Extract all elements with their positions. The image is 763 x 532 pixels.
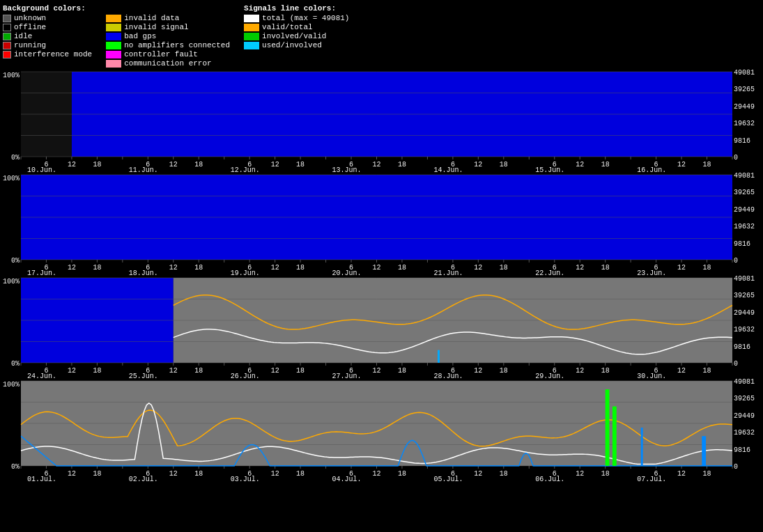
chart-section-1 [0,69,763,172]
legend-bad-gps: bad gps [106,32,230,40]
legend-running: running [3,41,92,49]
sig-legend-title: Signals line colors: [244,4,349,13]
legend-valid-total: valid/total [244,23,349,31]
mid-legend-col: invalid data invalid signal bad gps no a… [106,4,230,68]
controller-fault-swatch [106,51,121,58]
unknown-swatch [3,15,11,22]
invalid-signal-swatch [106,24,121,31]
comm-error-swatch [106,60,121,68]
legend-no-amp: no amplifiers connected [106,41,230,49]
legend-idle: idle [3,32,92,40]
involved-valid-swatch [244,33,259,40]
legend-total: total (max = 49081) [244,14,349,22]
idle-swatch [3,33,11,40]
sig-legend-col: Signals line colors: total (max = 49081)… [244,4,349,68]
chart-canvas-1 [0,69,763,172]
legend-used-involved: used/involved [244,41,349,49]
legend-offline: offline [3,23,92,31]
legend-invalid-data: invalid data [106,14,230,22]
legend-comm-error: communication error [106,59,230,68]
invalid-data-swatch [106,15,121,22]
legend-interference: interference mode [3,50,92,58]
chart-canvas-3 [0,275,763,378]
bg-legend-title: Background colors: [3,4,92,13]
chart-canvas-2 [0,172,763,275]
bg-legend-col: Background colors: unknown offline idle … [3,4,92,68]
chart-section-4 [0,378,763,481]
bad-gps-swatch [106,33,121,40]
valid-total-swatch [244,24,259,31]
offline-swatch [3,24,11,31]
running-swatch [3,42,11,49]
legend-involved-valid: involved/valid [244,32,349,40]
chart-section-3 [0,275,763,378]
chart-section-2 [0,172,763,275]
used-involved-swatch [244,42,259,49]
chart-canvas-4 [0,378,763,481]
total-swatch [244,15,259,22]
legend-invalid-signal: invalid signal [106,23,230,31]
interference-swatch [3,51,11,58]
legend-unknown: unknown [3,14,92,22]
legend-area: Background colors: unknown offline idle … [0,3,763,69]
legend-controller-fault: controller fault [106,50,230,58]
no-amp-swatch [106,42,121,49]
